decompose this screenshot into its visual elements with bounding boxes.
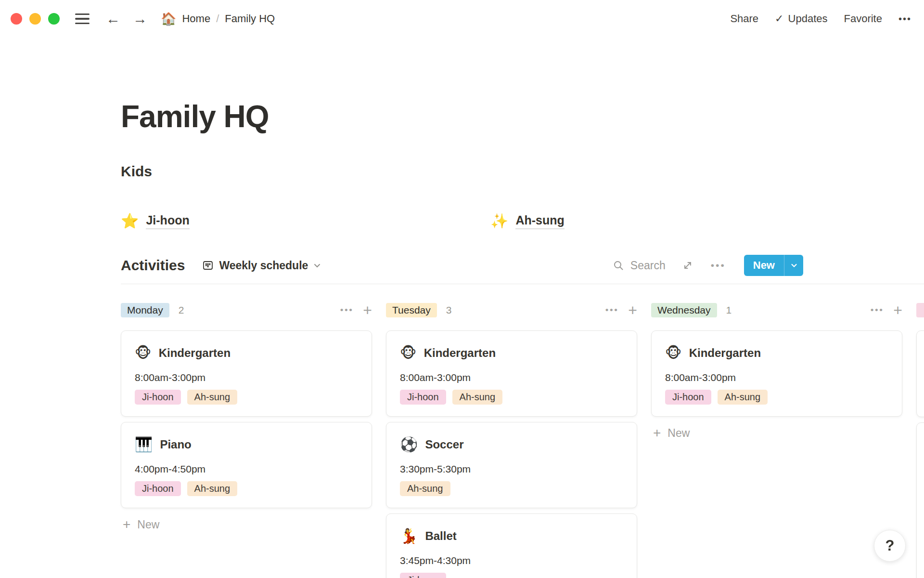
add-card-button[interactable]: + New xyxy=(121,515,372,534)
add-card-button[interactable]: + New xyxy=(651,423,902,443)
favorite-button[interactable]: Favorite xyxy=(844,13,882,25)
new-button-chevron[interactable] xyxy=(784,255,803,276)
column-count: 1 xyxy=(726,304,732,316)
window-titlebar: ← → 🏠 Home / Family HQ Share ✓ Updates F… xyxy=(0,0,924,38)
database-title: Activities xyxy=(121,257,185,274)
card-time: 8:00am-3:00pm xyxy=(135,371,358,384)
column-add-icon[interactable]: + xyxy=(628,302,637,318)
chevron-down-icon xyxy=(313,262,321,269)
share-button[interactable]: Share xyxy=(730,13,758,25)
add-card-label: New xyxy=(137,518,159,531)
back-arrow-icon[interactable]: ← xyxy=(103,12,123,26)
view-switcher[interactable]: Weekly schedule xyxy=(202,259,321,272)
forward-arrow-icon[interactable]: → xyxy=(130,12,150,26)
column-more-icon[interactable]: ••• xyxy=(340,305,353,315)
breadcrumb-home[interactable]: Home xyxy=(182,13,210,25)
column-tag[interactable]: Wednesday xyxy=(651,303,717,317)
monkey-icon: 🐵 xyxy=(400,346,417,360)
close-button[interactable] xyxy=(11,13,22,25)
tag-ahsung: Ah-sung xyxy=(400,481,450,496)
tag-ahsung: Ah-sung xyxy=(187,390,238,405)
column-wednesday: Wednesday 1 ••• + 🐵 Kindergarten 8:00am-… xyxy=(651,302,902,443)
card-title: Kindergarten xyxy=(424,346,496,360)
column-more-icon[interactable]: ••• xyxy=(871,305,884,315)
card-kindergarten-monday[interactable]: 🐵 Kindergarten 8:00am-3:00pm Ji-hoon Ah-… xyxy=(121,330,372,417)
tag-ahsung: Ah-sung xyxy=(452,390,503,405)
page-link-ahsung[interactable]: ✨ Ah-sung xyxy=(490,213,565,229)
card-kindergarten-tuesday[interactable]: 🐵 Kindergarten 8:00am-3:00pm Ji-hoon Ah-… xyxy=(386,330,637,417)
tag-jihoon: Ji-hoon xyxy=(665,390,711,405)
piano-icon: 🎹 xyxy=(135,437,153,452)
column-count: 3 xyxy=(446,304,452,316)
search-icon xyxy=(613,260,624,271)
breadcrumb: 🏠 Home / Family HQ xyxy=(161,12,275,26)
home-page-icon: 🏠 xyxy=(161,12,176,26)
column-add-icon[interactable]: + xyxy=(893,302,902,318)
card-time: 8:00am-3:00pm xyxy=(400,371,623,384)
sparkles-icon: ✨ xyxy=(490,214,508,228)
page-link-jihoon[interactable]: ⭐ Ji-hoon xyxy=(121,213,190,229)
column-monday: Monday 2 ••• + 🐵 Kindergarten 8:00am-3:0… xyxy=(121,302,372,534)
board-divider xyxy=(121,284,924,284)
soccer-ball-icon: ⚽ xyxy=(400,437,418,452)
card-title: Piano xyxy=(160,438,191,451)
database-header: Activities Weekly schedule xyxy=(121,255,803,276)
more-options-icon[interactable]: ••• xyxy=(898,13,911,25)
zoom-button[interactable] xyxy=(48,13,60,25)
partial-card[interactable] xyxy=(916,330,924,417)
card-title: Soccer xyxy=(425,438,463,451)
view-name: Weekly schedule xyxy=(219,259,308,272)
column-tag[interactable] xyxy=(916,303,924,317)
card-title: Kindergarten xyxy=(159,346,231,360)
card-title: Ballet xyxy=(425,529,456,543)
expand-icon[interactable] xyxy=(682,260,693,271)
kid-links-row: ⭐ Ji-hoon ✨ Ah-sung xyxy=(121,210,924,232)
page-link-label: Ji-hoon xyxy=(146,213,189,229)
database-toolbar: Search ••• New xyxy=(613,255,803,276)
card-soccer[interactable]: ⚽ Soccer 3:30pm-5:30pm Ah-sung xyxy=(386,422,637,508)
plus-icon: + xyxy=(123,518,130,531)
tag-jihoon: Ji-hoon xyxy=(400,390,446,405)
partial-card[interactable] xyxy=(916,422,924,578)
page-content: Family HQ Kids ⭐ Ji-hoon ✨ Ah-sung Activ… xyxy=(0,97,924,578)
search-button[interactable]: Search xyxy=(613,259,666,272)
database-more-icon[interactable]: ••• xyxy=(711,260,726,271)
plus-icon: + xyxy=(653,426,661,440)
tag-ahsung: Ah-sung xyxy=(718,390,768,405)
column-count: 2 xyxy=(179,304,184,316)
sidebar-menu-icon[interactable] xyxy=(75,13,90,25)
monkey-icon: 🐵 xyxy=(665,346,682,360)
card-title: Kindergarten xyxy=(689,346,761,360)
add-card-label: New xyxy=(667,427,690,440)
page-title: Family HQ xyxy=(121,97,924,136)
kids-heading: Kids xyxy=(121,162,924,181)
card-time: 3:30pm-5:30pm xyxy=(400,463,623,475)
card-ballet[interactable]: 💃 Ballet 3:45pm-4:30pm Ji-hoon xyxy=(386,513,637,578)
tag-jihoon: Ji-hoon xyxy=(400,573,446,578)
column-tuesday: Tuesday 3 ••• + 🐵 Kindergarten 8:00am-3:… xyxy=(386,302,637,578)
help-button[interactable]: ? xyxy=(874,530,906,562)
tag-jihoon: Ji-hoon xyxy=(135,481,181,496)
check-icon: ✓ xyxy=(775,13,783,25)
board-view-icon xyxy=(202,260,214,271)
new-button[interactable]: New xyxy=(744,255,803,276)
tag-ahsung: Ah-sung xyxy=(187,481,238,496)
card-piano[interactable]: 🎹 Piano 4:00pm-4:50pm Ji-hoon Ah-sung xyxy=(121,422,372,508)
card-kindergarten-wednesday[interactable]: 🐵 Kindergarten 8:00am-3:00pm Ji-hoon Ah-… xyxy=(651,330,902,417)
column-tag[interactable]: Monday xyxy=(121,303,169,317)
column-partial xyxy=(916,302,924,578)
breadcrumb-current[interactable]: Family HQ xyxy=(225,13,275,25)
updates-button[interactable]: ✓ Updates xyxy=(775,13,827,25)
dancer-icon: 💃 xyxy=(400,529,418,543)
star-icon: ⭐ xyxy=(121,214,139,228)
minimize-button[interactable] xyxy=(29,13,41,25)
card-time: 4:00pm-4:50pm xyxy=(135,463,358,475)
tag-jihoon: Ji-hoon xyxy=(135,390,181,405)
column-more-icon[interactable]: ••• xyxy=(605,305,618,315)
card-time: 3:45pm-4:30pm xyxy=(400,554,623,567)
column-tag[interactable]: Tuesday xyxy=(386,303,437,317)
window-controls xyxy=(11,13,60,25)
new-button-label[interactable]: New xyxy=(744,255,784,276)
kanban-board: Monday 2 ••• + 🐵 Kindergarten 8:00am-3:0… xyxy=(121,302,924,578)
column-add-icon[interactable]: + xyxy=(363,302,372,318)
